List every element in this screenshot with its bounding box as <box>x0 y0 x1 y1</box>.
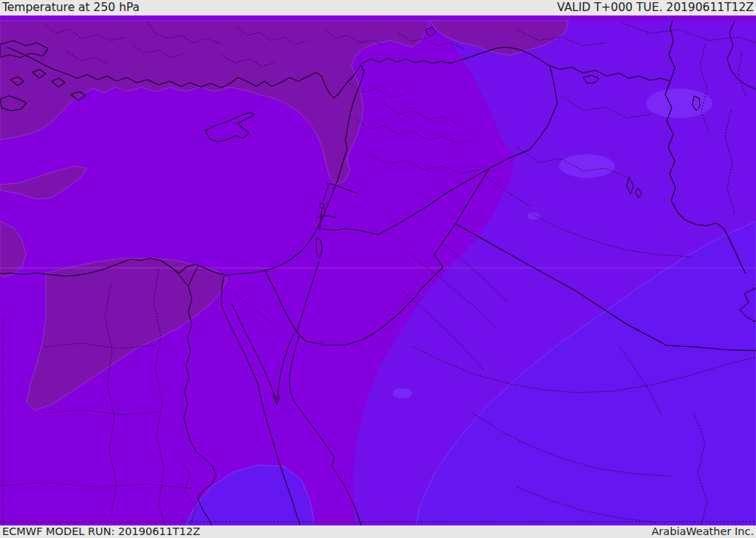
header-bar: Temperature at 250 hPa VALID T+000 TUE. … <box>0 0 756 15</box>
weather-map-screen: Temperature at 250 hPa VALID T+000 TUE. … <box>0 0 756 538</box>
branding-label: ArabiaWeather Inc. <box>651 526 754 537</box>
map-title: Temperature at 250 hPa <box>2 2 140 14</box>
model-run-label: ECMWF MODEL RUN: 20190611T12Z <box>2 526 200 537</box>
footer-bar: ECMWF MODEL RUN: 20190611T12Z ArabiaWeat… <box>0 525 756 538</box>
valid-time-label: VALID T+000 TUE. 20190611T12Z <box>557 2 754 14</box>
map-canvas <box>0 0 756 538</box>
